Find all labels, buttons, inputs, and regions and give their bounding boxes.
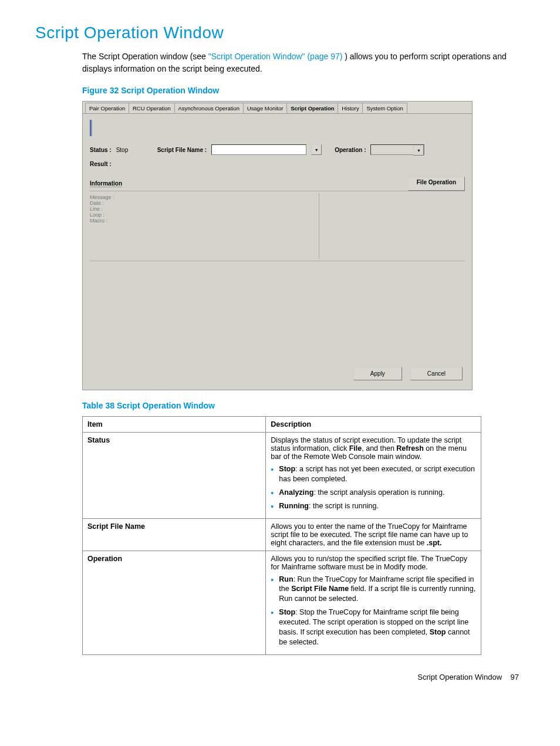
tab-usage-monitor[interactable]: Usage Monitor (243, 103, 288, 113)
intro-text-pre: The Script Operation window (see (82, 52, 208, 61)
text: , and then (362, 444, 396, 453)
operation-label: Operation : (335, 147, 366, 153)
list-item: Running: the script is running. (271, 501, 476, 511)
text: Allows you to run/stop the specified scr… (271, 555, 467, 571)
top-controls-row: Status : Stop Script File Name : ▼ Opera… (90, 144, 465, 155)
cancel-button[interactable]: Cancel (410, 367, 463, 380)
table-row: Operation Allows you to run/stop the spe… (83, 551, 481, 654)
script-file-name-label: Script File Name : (157, 147, 207, 153)
description-table: Item Description Status Displays the sta… (82, 416, 481, 655)
bottom-button-row: Apply Cancel (353, 367, 463, 380)
bold-spt: .spt. (427, 539, 442, 547)
bold-analyzing: Analyzing (279, 488, 313, 497)
info-line-line: Line : (90, 206, 319, 212)
bold-refresh: Refresh (396, 444, 424, 453)
text: : the script is running. (309, 502, 379, 510)
tab-script-operation[interactable]: Script Operation (286, 103, 338, 113)
script-file-name-input[interactable] (211, 144, 306, 155)
table-header-item: Item (83, 417, 266, 433)
operation-dropdown[interactable]: ▼ (370, 144, 424, 155)
bold-stop: Stop (279, 465, 295, 473)
information-text-area: Message : Date : Line : Loop : Macro : (90, 193, 319, 259)
row-item-sfn: Script File Name (87, 522, 145, 531)
apply-button[interactable]: Apply (353, 367, 402, 380)
tab-history[interactable]: History (338, 103, 363, 113)
status-indicator-bar (90, 120, 92, 136)
information-panel: Message : Date : Line : Loop : Macro : (90, 191, 465, 261)
bold-run: Run (279, 575, 293, 583)
list-item: Analyzing: the script analysis operation… (271, 488, 476, 498)
list-item: Stop: a script has not yet been executed… (271, 464, 476, 484)
bold-running: Running (279, 502, 309, 510)
information-right-panel (324, 193, 465, 259)
script-file-dropdown-arrow[interactable]: ▼ (311, 144, 322, 155)
status-label: Status : (90, 147, 112, 153)
row-item-status: Status (87, 436, 110, 444)
list-item: Stop: Stop the TrueCopy for Mainframe sc… (271, 607, 476, 647)
page-title: Script Operation Window (35, 23, 525, 42)
table-row: Script File Name Allows you to enter the… (83, 518, 481, 551)
list-item: Run: Run the TrueCopy for Mainframe scri… (271, 575, 476, 605)
status-value: Stop (116, 147, 142, 153)
row-desc-sfn: Allows you to enter the name of the True… (266, 518, 481, 551)
figure-caption: Figure 32 Script Operation Window (82, 86, 525, 95)
tab-system-option[interactable]: System Option (362, 103, 407, 113)
footer-title: Script Operation Window (417, 673, 502, 681)
tab-rcu-operation[interactable]: RCU Operation (129, 103, 175, 113)
bold-stop: Stop (279, 608, 295, 616)
text: : the script analysis operation is runni… (313, 488, 444, 497)
tab-bar: Pair Operation RCU Operation Asynchronou… (83, 102, 472, 114)
intro-paragraph: The Script Operation window (see "Script… (82, 50, 525, 75)
information-label: Information (90, 180, 122, 187)
result-label: Result : (90, 161, 465, 167)
page-footer: Script Operation Window 97 (35, 673, 525, 681)
bold-file: File (349, 444, 362, 453)
screenshot-panel: Pair Operation RCU Operation Asynchronou… (82, 101, 473, 390)
bold-stop-word: Stop (430, 628, 446, 636)
tab-pair-operation[interactable]: Pair Operation (85, 103, 129, 113)
table-row: Status Displays the status of script exe… (83, 433, 481, 519)
screenshot-body: Status : Stop Script File Name : ▼ Opera… (83, 114, 472, 390)
operation-dropdown-arrow[interactable]: ▼ (413, 145, 424, 156)
footer-page-number: 97 (511, 673, 519, 681)
table-header-description: Description (266, 417, 481, 433)
intro-crossref-link[interactable]: "Script Operation Window" (page 97) (208, 52, 343, 61)
text: : a script has not yet been executed, or… (279, 465, 475, 483)
table-header-row: Item Description (83, 417, 481, 433)
tab-async-operation[interactable]: Asynchronous Operation (174, 103, 244, 113)
file-operation-button[interactable]: File Operation (408, 177, 465, 191)
row-desc-status: Displays the status of script execution.… (266, 433, 481, 519)
bold-sfn-field: Script File Name (291, 585, 349, 593)
info-line-macro: Macro : (90, 218, 319, 224)
info-line-loop: Loop : (90, 212, 319, 218)
info-line-date: Date : (90, 200, 319, 206)
row-item-operation: Operation (87, 555, 122, 563)
table-caption: Table 38 Script Operation Window (82, 401, 525, 410)
row-desc-operation: Allows you to run/stop the specified scr… (266, 551, 481, 654)
info-line-message: Message : (90, 194, 319, 200)
